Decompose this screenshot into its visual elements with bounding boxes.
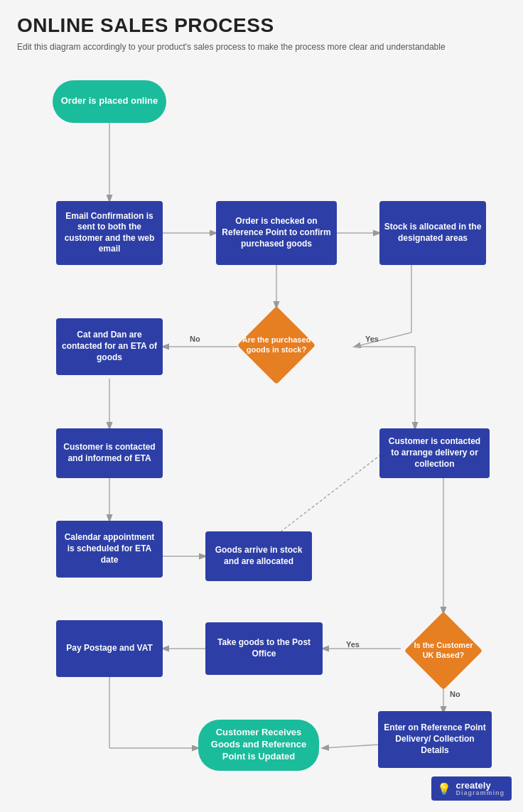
flowchart: Order is placed online Email Confirmatio… — [17, 66, 506, 791]
no-label-stock: No — [190, 335, 200, 343]
page-subtitle: Edit this diagram accordingly to your pr… — [17, 41, 506, 53]
goods-arrive-node: Goods arrive in stock and are allocated — [205, 531, 312, 581]
bulb-icon: 💡 — [437, 782, 451, 796]
no-label-uk: No — [450, 690, 460, 698]
creately-badge: 💡 creately Diagramming — [431, 776, 512, 801]
svg-line-18 — [323, 745, 379, 748]
diamond-stock-node: Are the purchased goods in stock? — [237, 306, 316, 384]
page-title: ONLINE SALES PROCESS — [17, 14, 506, 37]
cat-dan-node: Cat and Dan are contacted for an ETA of … — [56, 318, 163, 375]
yes-label-uk: Yes — [346, 640, 360, 649]
page: ONLINE SALES PROCESS Edit this diagram a… — [0, 0, 523, 812]
svg-line-4 — [355, 332, 411, 347]
yes-label-stock: Yes — [365, 335, 379, 343]
take-post-node: Take goods to the Post Office — [205, 622, 323, 675]
customer-eta-node: Customer is contacted and informed of ET… — [56, 428, 163, 478]
end-node: Customer Receives Goods and Reference Po… — [198, 720, 319, 771]
start-node: Order is placed online — [53, 80, 166, 123]
pay-postage-node: Pay Postage and VAT — [56, 620, 163, 677]
customer-delivery-node: Customer is contacted to arrange deliver… — [379, 428, 490, 478]
calendar-node: Calendar appointment is scheduled for ET… — [56, 521, 163, 578]
stock-allocated-node: Stock is allocated in the designated are… — [379, 201, 486, 265]
email-confirm-node: Email Confirmation is sent to both the c… — [56, 201, 163, 265]
enter-ref-node: Enter on Reference Point Delivery/ Colle… — [378, 711, 492, 768]
diamond-uk-node: Is the Customer UK Based? — [404, 612, 482, 690]
order-check-node: Order is checked on Reference Point to c… — [216, 201, 337, 265]
